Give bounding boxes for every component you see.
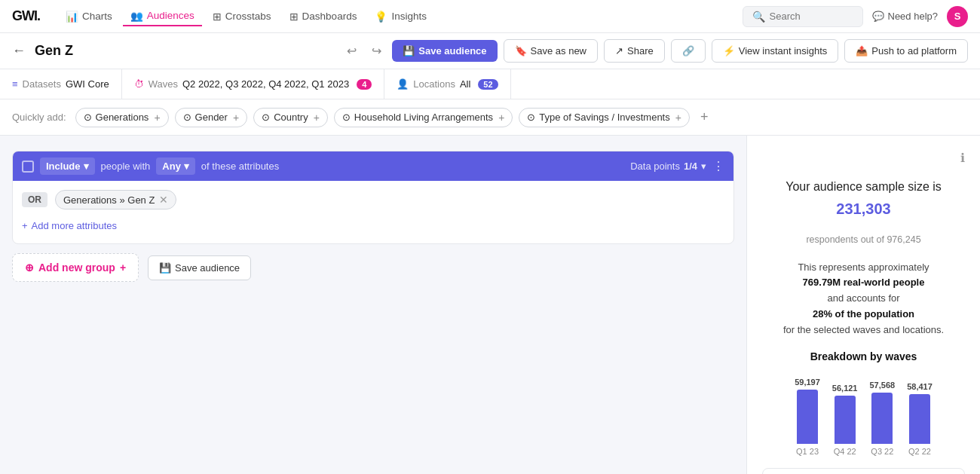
include-dropdown[interactable]: Include ▾	[40, 157, 95, 175]
bars-container: 59,197Q1 2356,121Q4 2257,568Q3 2258,417Q…	[762, 378, 965, 456]
locations-badge: 52	[478, 79, 498, 90]
link-button[interactable]: 🔗	[671, 39, 706, 63]
bar-group: 58,417Q2 22	[907, 382, 933, 456]
nav-links: 📊 Charts 👥 Audiences ⊞ Crosstabs ⊞ Dashb…	[58, 7, 434, 26]
or-row: OR Generations » Gen Z ✕	[22, 190, 724, 209]
waves-item[interactable]: ⏱ Waves Q2 2022, Q3 2022, Q4 2022, Q1 20…	[122, 69, 385, 99]
save-audience-button[interactable]: 💾 Save audience	[392, 40, 497, 62]
add-group-button[interactable]: ⊕ Add new group +	[12, 253, 139, 282]
data-points-chevron-icon: ▾	[701, 161, 706, 172]
quickadd-chip-savings[interactable]: ⊙ Type of Savings / Investments +	[519, 108, 690, 127]
page-header: ← Gen Z ↩ ↪ 💾 Save audience 🔖 Save as ne…	[0, 33, 980, 69]
main-content: Include ▾ people with Any ▾ of these att…	[0, 136, 980, 474]
help-icon: 💬	[872, 11, 884, 22]
avatar[interactable]: S	[947, 6, 968, 27]
nav-dashboards[interactable]: ⊞ Dashboards	[282, 8, 365, 26]
share-button[interactable]: ↗ Share	[604, 39, 665, 63]
page-title: Gen Z	[35, 43, 73, 59]
share-icon: ↗	[615, 45, 623, 57]
insights-icon: 💡	[375, 11, 387, 23]
charts-icon: 📊	[66, 11, 78, 23]
household-chip-icon: ⊙	[342, 112, 351, 123]
search-input[interactable]	[770, 11, 853, 22]
quickadd-label: Quickly add:	[12, 112, 66, 123]
save-as-new-button[interactable]: 🔖 Save as new	[504, 39, 598, 63]
back-button[interactable]: ←	[12, 43, 26, 59]
nav-right: 🔍 💬 Need help? S	[743, 6, 969, 27]
quickadd-chip-household[interactable]: ⊙ Household Living Arrangements +	[334, 108, 513, 127]
gender-chip-icon: ⊙	[183, 112, 191, 123]
waves-icon: ⏱	[134, 78, 144, 90]
locations-item[interactable]: 👤 Locations All 52	[384, 69, 510, 99]
of-these-label: of these attributes	[201, 161, 624, 172]
top-nav: GWI. 📊 Charts 👥 Audiences ⊞ Crosstabs ⊞ …	[0, 0, 980, 33]
people-with-label: people with	[101, 161, 151, 172]
group-body: OR Generations » Gen Z ✕ + Add more attr…	[13, 181, 733, 243]
or-badge: OR	[22, 192, 47, 207]
bar-group: 57,568Q3 22	[870, 381, 896, 456]
respondents-label: respondents out of 976,245	[762, 234, 965, 245]
group-more-button[interactable]: ⋮	[712, 159, 724, 173]
audience-size-number: 231,303	[836, 200, 890, 217]
bar	[797, 390, 818, 444]
quickadd-chip-country[interactable]: ⊙ Country +	[253, 108, 328, 127]
search-icon: 🔍	[752, 11, 765, 23]
link-icon: 🔗	[682, 45, 694, 57]
meta-bar: ≡ Datasets GWI Core ⏱ Waves Q2 2022, Q3 …	[0, 69, 980, 99]
insights-view-icon: ⚡	[723, 45, 735, 57]
any-dropdown[interactable]: Any ▾	[156, 157, 195, 175]
audiences-icon: 👥	[130, 10, 143, 22]
save-new-icon: 🔖	[515, 45, 527, 57]
right-panel: ℹ Your audience sample size is 231,303 r…	[746, 136, 980, 474]
include-chevron-icon: ▾	[84, 161, 89, 172]
nav-charts[interactable]: 📊 Charts	[58, 8, 120, 26]
datasets-item[interactable]: ≡ Datasets GWI Core	[0, 69, 122, 99]
group-header: Include ▾ people with Any ▾ of these att…	[13, 151, 733, 181]
quickadd-bar: Quickly add: ⊙ Generations + ⊙ Gender + …	[0, 99, 980, 136]
group-block: Include ▾ people with Any ▾ of these att…	[12, 151, 734, 244]
push-icon: 📤	[856, 45, 868, 57]
left-panel: Include ▾ people with Any ▾ of these att…	[0, 136, 746, 474]
country-chip-icon: ⊙	[262, 112, 270, 123]
info-icon[interactable]: ℹ	[960, 151, 965, 165]
save-small-icon: 💾	[159, 262, 171, 274]
logo: GWI.	[12, 8, 40, 24]
need-help-button[interactable]: 💬 Need help?	[872, 11, 939, 22]
bar	[871, 393, 893, 444]
add-attributes-button[interactable]: + Add more attributes	[22, 217, 117, 234]
bar-group: 59,197Q1 23	[795, 378, 820, 456]
redo-button[interactable]: ↪	[367, 41, 386, 61]
save-icon: 💾	[403, 45, 415, 57]
search-box[interactable]: 🔍	[743, 6, 863, 27]
undo-button[interactable]: ↩	[342, 41, 361, 61]
add-attr-icon: +	[22, 220, 28, 231]
bottom-actions: ⊕ Add new group + 💾 Save audience	[12, 253, 734, 282]
quickadd-chip-generations[interactable]: ⊙ Generations +	[75, 108, 169, 127]
crosstabs-icon: ⊞	[213, 11, 222, 23]
save-audience-small-button[interactable]: 💾 Save audience	[148, 255, 251, 280]
breakdown-title: Breakdown by waves	[762, 350, 965, 362]
push-ad-button[interactable]: 📤 Push to ad platform	[844, 39, 968, 63]
tag-remove-button[interactable]: ✕	[159, 194, 168, 206]
any-chevron-icon: ▾	[184, 161, 189, 172]
generations-chip-icon: ⊙	[84, 112, 92, 123]
bar	[835, 396, 856, 444]
quickadd-chip-gender[interactable]: ⊙ Gender +	[175, 108, 248, 127]
group-checkbox[interactable]	[22, 161, 34, 173]
savings-chip-icon: ⊙	[527, 112, 535, 123]
generation-tag: Generations » Gen Z ✕	[55, 190, 176, 209]
audience-size-block: Your audience sample size is 231,303	[762, 177, 965, 221]
nav-insights[interactable]: 💡 Insights	[367, 8, 434, 26]
quickadd-more-button[interactable]: +	[696, 106, 713, 128]
nav-crosstabs[interactable]: ⊞ Crosstabs	[205, 8, 279, 26]
data-points[interactable]: Data points 1/4 ▾	[630, 161, 706, 172]
header-actions: ↩ ↪ 💾 Save audience 🔖 Save as new ↗ Shar…	[342, 39, 968, 63]
datasets-icon: ≡	[12, 78, 18, 90]
nav-audiences[interactable]: 👥 Audiences	[123, 7, 202, 26]
dashboards-icon: ⊞	[289, 11, 299, 23]
bar-group: 56,121Q4 22	[832, 384, 858, 456]
view-insights-button[interactable]: ⚡ View instant insights	[712, 39, 839, 63]
waves-breakdown-button[interactable]: ⊞ Waves breakdown	[762, 468, 965, 474]
bar	[909, 394, 930, 444]
waves-badge: 4	[357, 79, 372, 90]
